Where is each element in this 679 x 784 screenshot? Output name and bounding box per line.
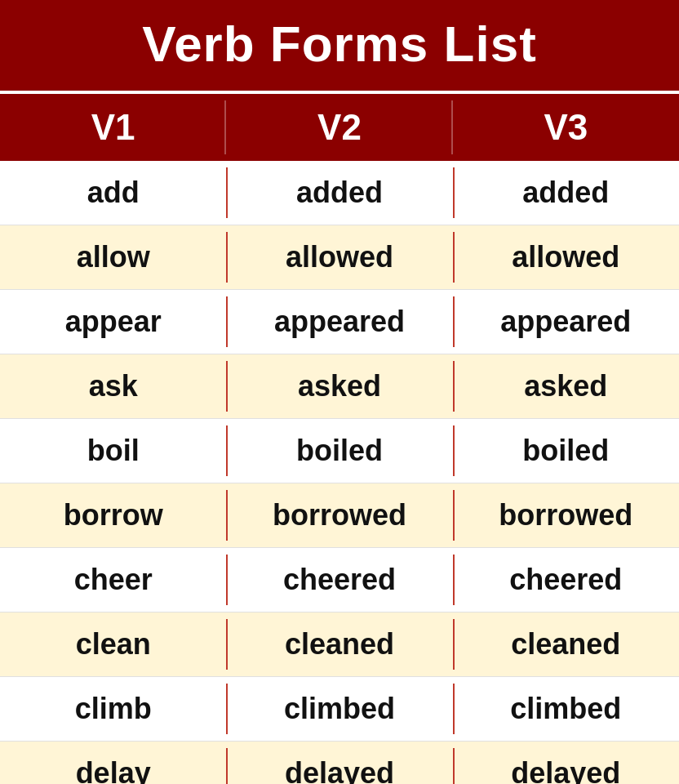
table-body: addaddedaddedallowallowedallowedappearap… — [0, 161, 679, 784]
cell-v1-5: borrow — [0, 483, 226, 547]
cell-v3-7: cleaned — [453, 612, 679, 676]
cell-v3-4: boiled — [453, 419, 679, 483]
cell-v1-9: delay — [0, 742, 226, 784]
cell-v1-2: appear — [0, 290, 226, 354]
cell-v2-8: climbed — [226, 677, 452, 741]
cell-v3-1: allowed — [453, 225, 679, 289]
page-title: Verb Forms List — [142, 16, 537, 72]
table-row: askaskedasked — [0, 354, 679, 419]
cell-v2-3: asked — [226, 354, 452, 418]
cell-v3-5: borrowed — [453, 483, 679, 547]
table-row: cheercheeredcheered — [0, 548, 679, 612]
table-row: boilboiledboiled — [0, 419, 679, 483]
cell-v2-4: boiled — [226, 419, 452, 483]
cell-v1-0: add — [0, 161, 226, 225]
cell-v3-2: appeared — [453, 290, 679, 354]
cell-v1-6: cheer — [0, 548, 226, 612]
cell-v2-6: cheered — [226, 548, 452, 612]
cell-v2-2: appeared — [226, 290, 452, 354]
cell-v3-3: asked — [453, 354, 679, 418]
cell-v1-1: allow — [0, 225, 226, 289]
table-row: delaydelayeddelayed — [0, 742, 679, 784]
title-bar: Verb Forms List — [0, 0, 679, 91]
cell-v1-3: ask — [0, 354, 226, 418]
table-row: cleancleanedcleaned — [0, 612, 679, 677]
cell-v2-9: delayed — [226, 742, 452, 784]
cell-v3-0: added — [453, 161, 679, 225]
cell-v3-6: cheered — [453, 548, 679, 612]
cell-v1-8: climb — [0, 677, 226, 741]
table-row: borrowborrowedborrowed — [0, 483, 679, 548]
page-wrapper: Verb Forms List V1 V2 V3 addaddedaddedal… — [0, 0, 679, 784]
header-v1: V1 — [0, 94, 226, 161]
cell-v1-4: boil — [0, 419, 226, 483]
header-v2: V2 — [226, 94, 452, 161]
header-v3: V3 — [453, 94, 679, 161]
cell-v2-7: cleaned — [226, 612, 452, 676]
cell-v3-9: delayed — [453, 742, 679, 784]
cell-v2-1: allowed — [226, 225, 452, 289]
table-row: appearappearedappeared — [0, 290, 679, 354]
table-row: allowallowedallowed — [0, 225, 679, 290]
verb-table: V1 V2 V3 addaddedaddedallowallowedallowe… — [0, 94, 679, 784]
cell-v1-7: clean — [0, 612, 226, 676]
table-row: addaddedadded — [0, 161, 679, 225]
cell-v2-0: added — [226, 161, 452, 225]
cell-v2-5: borrowed — [226, 483, 452, 547]
table-header: V1 V2 V3 — [0, 94, 679, 161]
cell-v3-8: climbed — [453, 677, 679, 741]
table-row: climbclimbedclimbed — [0, 677, 679, 742]
